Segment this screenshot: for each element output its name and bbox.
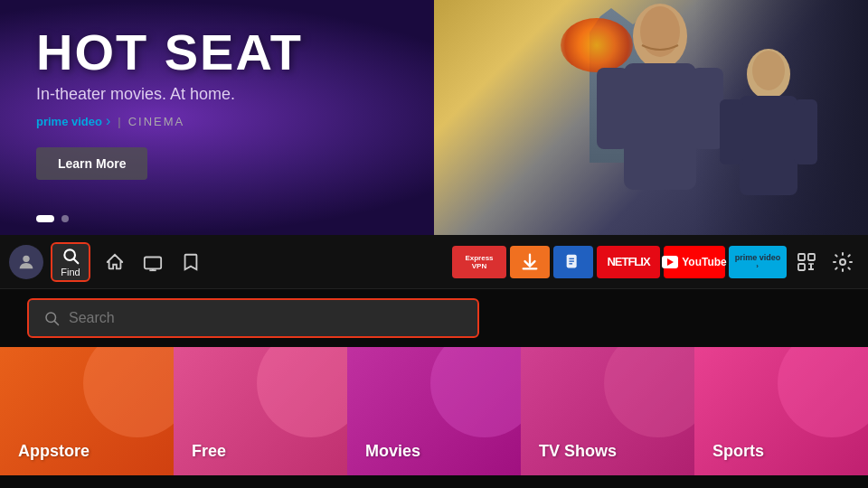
- brand-divider: |: [118, 115, 120, 128]
- learn-more-button[interactable]: Learn More: [36, 147, 147, 180]
- svg-rect-23: [798, 264, 805, 270]
- filelinked-icon: [563, 252, 583, 272]
- tv-icon: [143, 252, 163, 272]
- svg-rect-21: [798, 254, 805, 260]
- category-grid: Appstore Free Movies TV Shows Sports: [0, 347, 868, 475]
- netflix-label: NETFLIX: [607, 255, 649, 268]
- cat-label-free: Free: [192, 442, 226, 461]
- svg-point-10: [23, 255, 29, 261]
- hero-banner: HOT SEAT In-theater movies. At home. pri…: [0, 0, 868, 235]
- dot-2: [61, 215, 69, 222]
- nav-bar: Find Express VPN: [0, 235, 868, 289]
- expressvpn-label: Express: [465, 254, 493, 262]
- cat-circle-sports: [778, 347, 868, 437]
- category-free[interactable]: Free: [174, 347, 347, 475]
- search-bar-icon: [43, 310, 60, 326]
- expressvpn-vpn: VPN: [472, 262, 486, 270]
- svg-line-12: [74, 258, 79, 263]
- svg-rect-8: [794, 99, 817, 164]
- cat-circle-free: [257, 347, 347, 437]
- settings-button[interactable]: [826, 246, 859, 278]
- settings-icon: [832, 251, 854, 273]
- category-sports[interactable]: Sports: [694, 347, 868, 475]
- downloader-icon: [520, 252, 540, 272]
- expressvpn-app[interactable]: Express VPN: [452, 246, 506, 278]
- svg-rect-22: [808, 254, 815, 260]
- home-icon: [105, 252, 125, 272]
- home-button[interactable]: [98, 245, 132, 279]
- netflix-app[interactable]: NETFLIX: [597, 246, 660, 278]
- svg-rect-1: [624, 63, 696, 190]
- svg-rect-7: [720, 99, 743, 164]
- svg-point-9: [752, 51, 785, 90]
- bookmark-icon: [181, 252, 201, 272]
- hero-subtitle: In-theater movies. At home.: [36, 85, 303, 104]
- prime-video-logo: prime video ›: [36, 113, 110, 129]
- prime-arrow-icon: ›: [106, 113, 110, 129]
- apps-grid-button[interactable]: [790, 246, 823, 278]
- find-label: Find: [61, 267, 80, 277]
- svg-point-27: [840, 259, 845, 265]
- hero-content: HOT SEAT In-theater movies. At home. pri…: [36, 27, 303, 180]
- primevideo-label: prime video: [735, 253, 781, 262]
- dot-1: [36, 215, 54, 222]
- grid-icon: [796, 251, 817, 273]
- primevideo-arrow: ›: [756, 262, 760, 270]
- svg-line-29: [54, 321, 58, 324]
- hero-dots: [36, 215, 69, 222]
- youtube-play-icon: [662, 256, 678, 268]
- filelinked-app[interactable]: [553, 246, 593, 278]
- downloader-app[interactable]: [510, 246, 550, 278]
- bookmark-button[interactable]: [174, 245, 208, 279]
- youtube-icon-container: YouTube: [662, 256, 727, 268]
- profile-icon: [16, 252, 36, 272]
- category-appstore[interactable]: Appstore: [0, 347, 174, 475]
- prime-text: prime video: [36, 115, 102, 128]
- search-icon: [61, 247, 80, 265]
- tv-button[interactable]: [136, 245, 170, 279]
- search-section: [0, 289, 868, 347]
- cat-label-tv-shows: TV Shows: [539, 442, 617, 461]
- app-icons: Express VPN NETFLIX: [452, 246, 787, 278]
- category-tv-shows[interactable]: TV Shows: [521, 347, 694, 475]
- cat-circle-appstore: [83, 347, 174, 437]
- hero-image: [434, 0, 868, 235]
- youtube-label: YouTube: [682, 256, 727, 268]
- cat-label-movies: Movies: [365, 442, 420, 461]
- svg-rect-2: [597, 68, 628, 149]
- search-input[interactable]: [69, 310, 463, 326]
- search-bar[interactable]: [27, 298, 479, 338]
- cat-label-appstore: Appstore: [18, 442, 90, 461]
- primevideo-app[interactable]: prime video ›: [729, 246, 787, 278]
- cinema-label: CINEMA: [128, 115, 185, 128]
- profile-button[interactable]: [9, 245, 43, 279]
- find-button[interactable]: Find: [51, 242, 90, 282]
- cat-circle-tv: [604, 347, 694, 437]
- hero-title: HOT SEAT: [36, 27, 303, 78]
- hero-brand: prime video › | CINEMA: [36, 113, 303, 129]
- cat-label-sports: Sports: [712, 442, 764, 461]
- svg-rect-6: [740, 96, 797, 195]
- youtube-app[interactable]: YouTube: [664, 246, 725, 278]
- category-movies[interactable]: Movies: [347, 347, 521, 475]
- svg-rect-13: [145, 257, 161, 268]
- cat-circle-movies: [430, 347, 521, 437]
